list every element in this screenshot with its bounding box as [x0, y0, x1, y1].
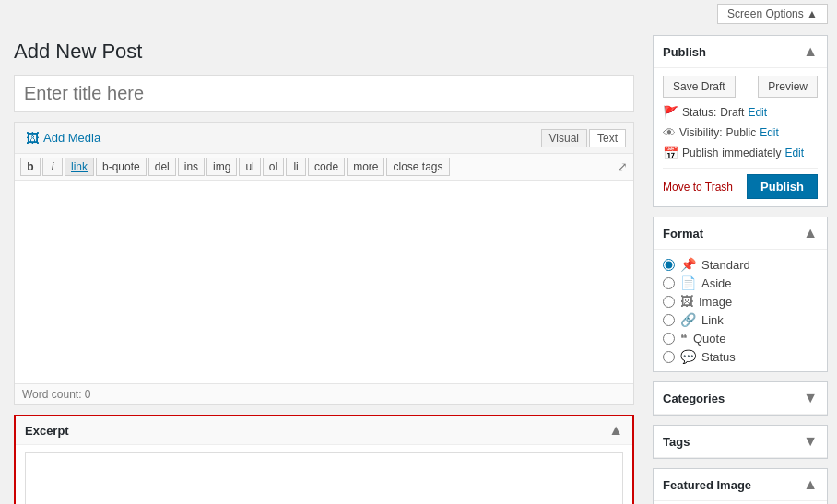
format-item-aside: 📄 Aside: [663, 275, 818, 290]
screen-options-label: Screen Options ▲: [727, 7, 818, 20]
format-icon-link: 🔗: [680, 312, 696, 327]
visibility-label: Visibility:: [679, 126, 722, 139]
status-value: Draft: [720, 106, 744, 119]
sidebar: Publish ▲ Save Draft Preview 🚩 Status: D…: [648, 26, 837, 504]
format-icon-status: 💬: [680, 349, 696, 364]
toolbar-i[interactable]: i: [42, 158, 63, 176]
editor-toolbar: b i link b-quote del ins img ul ol li co…: [15, 154, 633, 181]
format-label-image: Image: [699, 295, 732, 309]
format-label-standard: Standard: [701, 258, 750, 272]
editor-body[interactable]: [15, 181, 633, 383]
format-metabox: Format ▲ 📌 Standard 📄 Aside: [653, 217, 828, 372]
word-count: Word count: 0: [15, 383, 633, 404]
publish-metabox-body: Save Draft Preview 🚩 Status: Draft Edit …: [654, 68, 827, 206]
publish-edit-link[interactable]: Edit: [784, 147, 804, 159]
featured-image-metabox-toggle[interactable]: ▲: [803, 476, 818, 493]
format-metabox-body: 📌 Standard 📄 Aside 🖼 Image: [654, 250, 827, 371]
move-to-trash-button[interactable]: Move to Trash: [663, 181, 733, 193]
publish-metabox: Publish ▲ Save Draft Preview 🚩 Status: D…: [653, 35, 828, 207]
post-title-input[interactable]: [14, 75, 634, 112]
add-media-icon: 🖼: [26, 130, 40, 146]
publish-button[interactable]: Publish: [747, 174, 818, 199]
toolbar-expand-button[interactable]: ⤢: [617, 159, 628, 174]
publish-metabox-title: Publish: [663, 45, 706, 59]
format-radio-status[interactable]: [663, 351, 675, 363]
toolbar-ol[interactable]: ol: [263, 158, 284, 176]
format-radio-aside[interactable]: [663, 277, 675, 289]
editor-tabs: Visual Text: [541, 129, 626, 147]
toolbar-link[interactable]: link: [65, 158, 94, 176]
publish-info: 🚩 Status: Draft Edit 👁 Visibility: Publi…: [663, 105, 818, 160]
screen-options-button[interactable]: Screen Options ▲: [717, 4, 828, 24]
format-radio-standard[interactable]: [663, 259, 675, 271]
visibility-icon: 👁: [663, 125, 676, 140]
status-icon: 🚩: [663, 105, 678, 120]
tags-metabox: Tags ▼: [653, 425, 828, 459]
toolbar-bquote[interactable]: b-quote: [96, 158, 147, 176]
publish-time: immediately: [722, 147, 781, 159]
publish-label: Publish: [682, 147, 718, 159]
format-label-link: Link: [701, 313, 724, 327]
format-icon-image: 🖼: [680, 294, 693, 309]
toolbar-ins[interactable]: ins: [178, 158, 205, 176]
format-label-aside: Aside: [701, 276, 732, 290]
toolbar-more[interactable]: more: [347, 158, 384, 176]
toolbar-close-tags[interactable]: close tags: [386, 158, 449, 176]
format-radio-link[interactable]: [663, 314, 675, 326]
format-metabox-title: Format: [663, 227, 703, 240]
categories-metabox: Categories ▼: [653, 381, 828, 416]
excerpt-content: Excerpts are optional hand-crafted summa…: [16, 445, 632, 504]
format-label-quote: Quote: [693, 332, 725, 346]
format-icon-quote: ❝: [680, 331, 688, 346]
categories-metabox-toggle[interactable]: ▼: [803, 390, 818, 406]
format-icon-aside: 📄: [680, 275, 696, 290]
add-media-label: Add Media: [43, 131, 100, 145]
toolbar-del[interactable]: del: [148, 158, 176, 176]
tab-text[interactable]: Text: [589, 129, 626, 147]
tags-metabox-toggle[interactable]: ▼: [803, 433, 818, 450]
excerpt-box: Excerpt ▲ Excerpts are optional hand-cra…: [14, 415, 634, 504]
schedule-icon: 📅: [663, 146, 678, 160]
featured-image-metabox-title: Featured Image: [663, 478, 751, 492]
tab-visual[interactable]: Visual: [541, 129, 587, 147]
format-item-quote: ❝ Quote: [663, 331, 818, 346]
format-item-standard: 📌 Standard: [663, 257, 818, 272]
visibility-value: Public: [725, 126, 756, 139]
status-edit-link[interactable]: Edit: [748, 106, 767, 119]
visibility-edit-link[interactable]: Edit: [760, 126, 779, 139]
excerpt-toggle-button[interactable]: ▲: [608, 422, 623, 439]
status-label: Status:: [682, 106, 716, 119]
word-count-label: Word count:: [22, 388, 81, 401]
toolbar-code[interactable]: code: [308, 158, 345, 176]
add-media-button[interactable]: 🖼 Add Media: [22, 128, 104, 147]
toolbar-b[interactable]: b: [20, 158, 41, 176]
page-title: Add New Post: [14, 40, 634, 64]
format-list: 📌 Standard 📄 Aside 🖼 Image: [663, 257, 818, 364]
format-radio-quote[interactable]: [663, 333, 675, 345]
toolbar-img[interactable]: img: [206, 158, 237, 176]
format-item-status: 💬 Status: [663, 349, 818, 364]
format-item-image: 🖼 Image: [663, 294, 818, 309]
format-radio-image[interactable]: [663, 296, 675, 308]
format-label-status: Status: [701, 350, 736, 364]
featured-image-metabox: Featured Image ▲ Set featured image: [653, 468, 828, 504]
editor-wrap: 🖼 Add Media Visual Text b i link b-quote…: [14, 122, 634, 405]
excerpt-textarea[interactable]: [25, 452, 623, 504]
toolbar-li[interactable]: li: [286, 158, 306, 176]
format-metabox-toggle[interactable]: ▲: [803, 225, 818, 241]
excerpt-title: Excerpt: [25, 424, 69, 438]
publish-metabox-toggle[interactable]: ▲: [803, 43, 818, 60]
word-count-value: 0: [85, 388, 91, 401]
categories-metabox-title: Categories: [663, 392, 725, 405]
preview-button[interactable]: Preview: [758, 76, 818, 98]
format-item-link: 🔗 Link: [663, 312, 818, 327]
tags-metabox-title: Tags: [663, 435, 690, 449]
save-draft-button[interactable]: Save Draft: [663, 76, 736, 98]
toolbar-ul[interactable]: ul: [239, 158, 260, 176]
format-icon-standard: 📌: [680, 257, 696, 272]
